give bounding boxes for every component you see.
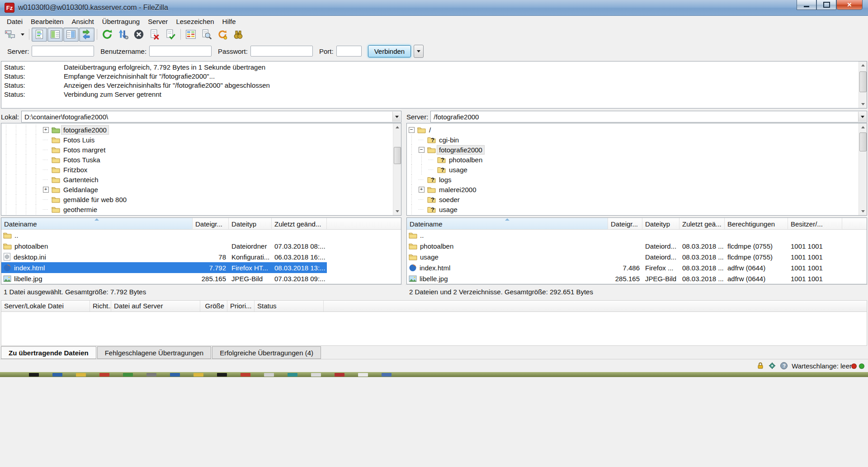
tree-item-malerei2000[interactable]: +malerei2000 (407, 184, 867, 194)
column-header-dateiname[interactable]: Dateiname (407, 218, 608, 230)
connect-button[interactable]: Verbinden (368, 45, 411, 57)
queue-column-status[interactable]: Status (255, 301, 324, 311)
taskbar-icon[interactable] (382, 373, 392, 377)
menu-item-datei[interactable]: Datei (3, 17, 27, 26)
taskbar-icon[interactable] (241, 373, 250, 377)
tree-item-usage[interactable]: ?usage (407, 204, 867, 214)
cancel-button[interactable] (131, 28, 146, 42)
column-header-dateigr-[interactable]: Dateigr... (608, 218, 642, 230)
port-input[interactable] (336, 46, 362, 57)
toggle-local-tree-button[interactable] (47, 28, 63, 42)
tab-fehlgeschlagene-bertragungen[interactable]: Fehlgeschlagene Übertragungen (97, 346, 212, 359)
tree-item-fotos-luis[interactable]: Fotos Luis (1, 135, 401, 145)
toggle-message-log-button[interactable] (32, 28, 47, 42)
server-input[interactable] (32, 46, 94, 57)
taskbar-icon[interactable] (146, 373, 156, 377)
settings-icon[interactable] (768, 362, 776, 370)
reset-successful-transfers-button[interactable] (163, 28, 178, 42)
queue-column-priori-[interactable]: Priori... (227, 301, 255, 311)
collapse-icon[interactable]: − (409, 127, 415, 133)
tree-item-soeder[interactable]: ?soeder (407, 194, 867, 204)
queue-column-gr-e[interactable]: Größe (200, 301, 227, 311)
tree-item-fotografie2000[interactable]: −fotografie2000 (407, 145, 867, 155)
taskbar-icon[interactable] (52, 373, 62, 377)
local-path-combobox[interactable]: D:\container\fotografie2000\ (21, 111, 401, 123)
lock-icon[interactable] (756, 362, 764, 370)
menu-item-ansicht[interactable]: Ansicht (68, 17, 98, 26)
taskbar-icon[interactable] (99, 373, 109, 377)
expand-icon[interactable]: + (419, 187, 425, 193)
expand-icon[interactable]: + (43, 127, 49, 133)
tree-item-geothermie[interactable]: geothermie (1, 204, 401, 214)
column-header-dateigr-[interactable]: Dateigr... (193, 218, 229, 230)
scroll-thumb[interactable] (859, 132, 867, 151)
file-row--[interactable]: .. (1, 230, 327, 241)
local-tree-scrollbar[interactable] (393, 123, 401, 215)
file-row-desktop-ini[interactable]: desktop.ini78Konfigurati...06.03.2018 16… (1, 251, 327, 262)
username-input[interactable] (149, 46, 212, 57)
remote-path-dropdown-icon[interactable] (858, 112, 866, 122)
taskbar-icon[interactable] (217, 373, 227, 377)
file-row-photoalben[interactable]: photoalbenDateiord...08.03.2018 ...flcdm… (407, 241, 842, 251)
taskbar-icon[interactable] (264, 373, 274, 377)
menu-item--bertragung[interactable]: Übertragung (98, 17, 144, 26)
queue-column-richt-[interactable]: Richt... (90, 301, 111, 311)
file-row-index-html[interactable]: index.html7.486Firefox ...08.03.2018 ...… (407, 262, 842, 273)
refresh-button[interactable] (99, 28, 115, 42)
remote-tree-scrollbar[interactable] (859, 123, 867, 215)
file-row-usage[interactable]: usageDateiord...08.03.2018 ...flcdmpe (0… (407, 251, 842, 262)
queue-column-datei-auf-server[interactable]: Datei auf Server (111, 301, 200, 311)
column-header-dateityp[interactable]: Dateityp (642, 218, 679, 230)
menu-item-hilfe[interactable]: Hilfe (218, 17, 240, 26)
maximize-button[interactable] (816, 0, 836, 10)
tab-erfolgreiche-bertragungen-4-[interactable]: Erfolgreiche Übertragungen (4) (212, 346, 321, 359)
tree-item-geldanlage[interactable]: +Geldanlage (1, 184, 401, 194)
scroll-up-icon[interactable] (859, 61, 867, 69)
scroll-up-icon[interactable] (393, 123, 401, 131)
scroll-up-icon[interactable] (859, 123, 867, 131)
password-input[interactable] (250, 46, 313, 57)
scroll-thumb[interactable] (394, 147, 401, 164)
file-row-index-html[interactable]: index.html7.792Firefox HT...08.03.2018 1… (1, 262, 327, 273)
tree-item-fotografie2000[interactable]: +fotografie2000 (1, 125, 401, 135)
tree-item-fotos-margret[interactable]: Fotos margret (1, 145, 401, 155)
tree-item-cgi-bin[interactable]: ?cgi-bin (407, 135, 867, 145)
file-search-button[interactable] (199, 28, 214, 42)
column-header-besitzer-[interactable]: Besitzer/... (788, 218, 842, 230)
column-header-dateiname[interactable]: Dateiname (1, 218, 193, 230)
tree-item-gartenteich[interactable]: Gartenteich (1, 175, 401, 184)
message-log-scrollbar[interactable] (859, 61, 867, 108)
tree-item-fotos-tuska[interactable]: Fotos Tuska (1, 155, 401, 165)
scroll-down-icon[interactable] (859, 100, 867, 108)
tree-item--[interactable]: −/ (407, 125, 867, 135)
synchronized-browsing-button[interactable] (215, 28, 230, 42)
taskbar-icon[interactable] (29, 373, 39, 377)
remove-failed-transfers-button[interactable] (147, 28, 162, 42)
tree-item-fritzbox[interactable]: Fritzbox (1, 165, 401, 175)
file-row--[interactable]: .. (407, 230, 842, 241)
tree-item-usage[interactable]: ?usage (407, 165, 867, 175)
site-manager-button[interactable] (2, 28, 18, 42)
collapse-icon[interactable]: − (419, 147, 425, 153)
menu-item-lesezeichen[interactable]: Lesezeichen (172, 17, 218, 26)
directory-comparison-button[interactable] (183, 28, 198, 42)
menu-item-server[interactable]: Server (144, 17, 172, 26)
tree-item-photoalben[interactable]: ?photoalben (407, 155, 867, 165)
taskbar-icon[interactable] (358, 373, 368, 377)
scroll-thumb[interactable] (859, 71, 867, 92)
help-icon[interactable]: ? (780, 362, 788, 370)
column-header-zuletzt-ge-nd-[interactable]: Zuletzt geänd... (272, 218, 327, 230)
column-header-dateityp[interactable]: Dateityp (229, 218, 272, 230)
tab-zu-bertragende-dateien[interactable]: Zu übertragende Dateien (1, 346, 96, 359)
connect-dropdown-button[interactable] (414, 45, 424, 58)
taskbar-icon[interactable] (311, 373, 321, 377)
scroll-down-icon[interactable] (393, 208, 401, 215)
local-path-dropdown-icon[interactable] (392, 112, 401, 122)
taskbar-icon[interactable] (288, 373, 297, 377)
tree-item-logs[interactable]: ?logs (407, 175, 867, 184)
taskbar-icon[interactable] (123, 373, 133, 377)
column-header-berechtigungen[interactable]: Berechtigungen (725, 218, 788, 230)
menu-item-bearbeiten[interactable]: Bearbeiten (27, 17, 68, 26)
minimize-button[interactable] (797, 0, 816, 10)
process-queue-button[interactable] (115, 28, 131, 42)
